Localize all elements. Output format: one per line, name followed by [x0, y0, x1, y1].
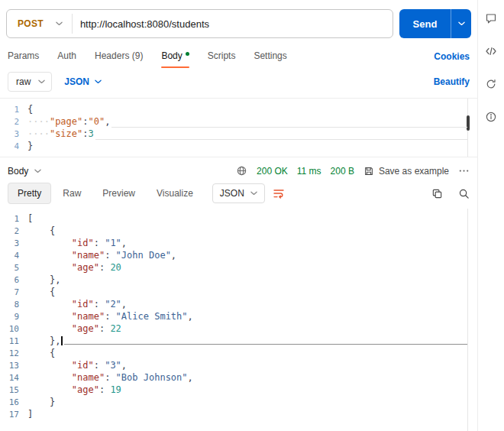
tab-body-label: Body	[161, 50, 182, 61]
search-icon[interactable]	[458, 188, 470, 199]
code-line[interactable]: 7 {	[0, 286, 477, 298]
code-token: "age"	[72, 384, 99, 395]
code-line[interactable]: 13 "id": "3",	[0, 359, 477, 371]
code-token: "Bob Johnson"	[116, 372, 188, 383]
code-line[interactable]: 14 "name": "Bob Johnson",	[0, 371, 477, 384]
tab-headers[interactable]: Headers (9)	[95, 44, 143, 68]
info-icon[interactable]	[485, 111, 497, 123]
code-line[interactable]: 6 },	[0, 274, 477, 286]
code-token: "size"	[50, 128, 82, 139]
code-line[interactable]: 5 "age": 20	[0, 261, 477, 274]
view-visualize[interactable]: Visualize	[147, 183, 203, 204]
tab-settings[interactable]: Settings	[254, 44, 286, 68]
line-number: 1	[0, 214, 27, 224]
code-line[interactable]: 1[	[0, 212, 477, 225]
code-line[interactable]: 17]	[0, 408, 477, 420]
code-line[interactable]: 9 "name": "Alice Smith",	[0, 310, 477, 322]
code-line[interactable]: 2····"page":"0",	[0, 115, 477, 128]
tab-scripts[interactable]: Scripts	[208, 44, 236, 68]
code-token	[27, 360, 72, 371]
line-number: 12	[0, 348, 27, 358]
method-select[interactable]: POST	[7, 10, 72, 37]
tab-body[interactable]: Body	[161, 44, 189, 68]
request-body-editor[interactable]: 1{2····"page":"0",3····"size":34}	[0, 98, 477, 157]
chevron-down-icon	[95, 79, 102, 84]
code-token	[27, 323, 72, 334]
response-time: 11 ms	[297, 166, 321, 177]
tab-auth[interactable]: Auth	[57, 44, 76, 68]
view-pretty[interactable]: Pretty	[8, 183, 51, 204]
send-button[interactable]: Send	[399, 9, 471, 38]
code-line[interactable]: 11 },	[0, 335, 477, 347]
code-token: :	[94, 238, 105, 248]
code-token	[27, 335, 50, 346]
code-token: 3	[89, 128, 94, 139]
code-token: "age"	[72, 262, 99, 273]
code-line[interactable]: 2 {	[0, 225, 477, 237]
code-token: ,	[105, 116, 110, 127]
beautify-link[interactable]: Beautify	[434, 76, 470, 87]
code-token: :	[99, 384, 110, 395]
url-box: POST	[6, 9, 393, 38]
line-number: 8	[0, 300, 27, 309]
save-as-example-button[interactable]: Save as example	[363, 166, 449, 177]
code-snippet-icon[interactable]	[485, 45, 497, 57]
code-token: ]	[27, 409, 33, 420]
code-token: }	[50, 397, 55, 407]
send-options-chevron[interactable]	[451, 9, 471, 38]
wrap-text-icon[interactable]	[273, 187, 285, 199]
copy-icon[interactable]	[431, 188, 443, 199]
line-number: 2	[0, 226, 27, 236]
view-preview[interactable]: Preview	[92, 183, 145, 204]
save-icon	[363, 166, 374, 177]
code-token: "name"	[72, 372, 105, 383]
code-line[interactable]: 16 }	[0, 396, 477, 408]
code-token: 19	[110, 384, 121, 395]
line-number: 3	[0, 129, 27, 139]
code-line[interactable]: 4}	[0, 140, 477, 152]
code-token	[27, 372, 72, 383]
response-body-label: Body	[8, 166, 28, 177]
code-token: :	[94, 360, 105, 371]
code-line[interactable]: 3····"size":3	[0, 128, 477, 140]
code-token: "2"	[105, 299, 121, 309]
code-token: "id"	[72, 238, 94, 248]
code-token: ,	[188, 372, 193, 383]
body-format-select[interactable]: raw	[8, 72, 52, 92]
url-input[interactable]	[73, 18, 393, 30]
response-toolbar-right	[431, 188, 470, 199]
code-line[interactable]: 12 {	[0, 347, 477, 359]
editor-scroll-thumb[interactable]	[467, 115, 470, 131]
code-line[interactable]: 1{	[0, 103, 477, 115]
code-line[interactable]: 10 "age": 22	[0, 322, 477, 335]
code-token: ,	[121, 238, 127, 248]
send-button-label[interactable]: Send	[399, 9, 451, 38]
right-sidebar-rail	[477, 0, 504, 431]
code-token: "Alice Smith"	[116, 311, 188, 322]
tab-params[interactable]: Params	[8, 44, 39, 68]
more-options-icon[interactable]	[458, 165, 470, 177]
code-token: [	[27, 213, 33, 224]
code-line[interactable]: 3 "id": "1",	[0, 237, 477, 249]
editor-scroll-track[interactable]	[467, 209, 468, 431]
response-body-editor[interactable]: 1[2 {3 "id": "1",4 "name": "John Doe",5 …	[0, 209, 477, 431]
code-token: :	[105, 311, 115, 322]
cookies-link[interactable]: Cookies	[434, 51, 470, 62]
code-line[interactable]: 8 "id": "2",	[0, 298, 477, 310]
code-line[interactable]: 15 "age": 19	[0, 384, 477, 396]
code-line[interactable]: 4 "name": "John Doe",	[0, 249, 477, 261]
line-number: 6	[0, 275, 27, 285]
chevron-down-icon	[56, 21, 63, 26]
code-token: },	[50, 274, 60, 285]
body-language-select[interactable]: JSON	[64, 76, 102, 87]
globe-icon[interactable]	[236, 165, 247, 177]
request-tabs: Params Auth Headers (9) Body Scripts Set…	[0, 44, 477, 68]
response-body-select[interactable]: Body	[8, 166, 41, 177]
comment-icon[interactable]	[485, 12, 497, 24]
line-number: 9	[0, 312, 27, 322]
view-raw[interactable]: Raw	[53, 183, 91, 204]
line-number: 15	[0, 385, 27, 395]
refresh-icon[interactable]	[485, 78, 497, 90]
response-language-select[interactable]: JSON	[212, 183, 265, 203]
response-view-switch: Pretty Raw Preview Visualize	[8, 183, 203, 204]
